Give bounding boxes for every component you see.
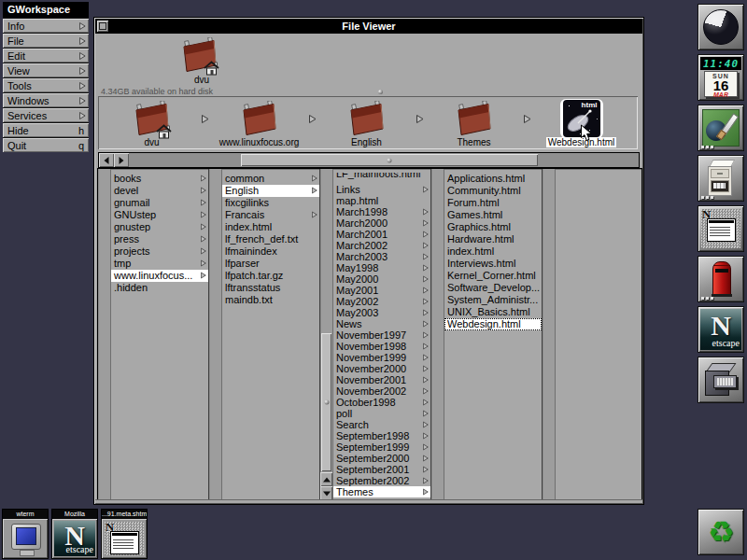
file-item-games-html[interactable]: Games.html: [444, 209, 542, 221]
menu-item-windows[interactable]: Windows: [3, 93, 89, 107]
column-scroller-column-2[interactable]: [209, 169, 222, 500]
file-item-lf-mainfoots-html[interactable]: LF_mainfoots.html: [333, 173, 430, 184]
file-item-may2003[interactable]: May2003: [333, 307, 430, 318]
file-item-unix-basics-html[interactable]: UNIX_Basics.html: [444, 306, 542, 318]
dock-tile-paint[interactable]: [698, 105, 744, 151]
miniwindow-wterm[interactable]: wterm: [2, 509, 49, 559]
file-item-fixcgilinks[interactable]: fixcgilinks: [222, 197, 319, 209]
file-item-francais[interactable]: Francais: [222, 209, 319, 221]
file-item-march2000[interactable]: March2000: [333, 217, 430, 229]
file-item-november2001[interactable]: November2001: [333, 374, 430, 385]
file-item-gnustep[interactable]: GNUstep: [111, 209, 208, 221]
file-item-tmp[interactable]: tmp: [111, 258, 208, 270]
file-item-lfpatch-tar-gz[interactable]: lfpatch.tar.gz: [222, 270, 319, 282]
file-item-gnumail[interactable]: gnumail: [111, 197, 208, 209]
column-scroller-column-5[interactable]: [543, 169, 556, 500]
menu-item-tools[interactable]: Tools: [3, 78, 89, 92]
file-item-september1999[interactable]: September1999: [333, 441, 430, 453]
miniaturize-button[interactable]: [97, 21, 108, 32]
column-scroller-column-3[interactable]: [320, 169, 333, 500]
column-scroller-column-4[interactable]: [431, 169, 444, 500]
dock-tile-netscape[interactable]: N etscape: [698, 306, 744, 353]
file-item-hardware-html[interactable]: Hardware.html: [444, 233, 542, 245]
file-item-november1997[interactable]: November1997: [333, 329, 430, 341]
file-item-may1998[interactable]: May1998: [333, 262, 430, 273]
file-item-lf-french-def-txt[interactable]: lf_french_def.txt: [222, 233, 319, 245]
menu-item-file[interactable]: File: [3, 34, 89, 48]
dock-tile-pie-sphere[interactable]: [698, 4, 744, 50]
file-item-november2000[interactable]: November2000: [333, 363, 430, 374]
file-item-system-administr[interactable]: System_Administr...: [444, 294, 542, 306]
file-item-graphics-html[interactable]: Graphics.html: [444, 221, 542, 233]
file-item-index-html[interactable]: index.html: [222, 221, 319, 233]
menu-item-info[interactable]: Info: [3, 19, 89, 33]
file-item-november1999[interactable]: November1999: [333, 352, 430, 363]
file-item-www-linuxfocus[interactable]: www.linuxfocus...: [111, 270, 208, 282]
menu-item-edit[interactable]: Edit: [3, 49, 89, 63]
file-item-march2001[interactable]: March2001: [333, 229, 430, 240]
file-item-may2002[interactable]: May2002: [333, 296, 430, 307]
window-resize-bar[interactable]: [95, 499, 642, 503]
file-item-poll[interactable]: poll: [333, 408, 430, 419]
file-item-march2002[interactable]: March2002: [333, 240, 430, 251]
scroll-left-button[interactable]: [99, 153, 114, 167]
dock-tile-clock-calendar[interactable]: 11:40 SUN 16 MAR: [698, 54, 744, 101]
column-scroller-column-1[interactable]: [98, 169, 111, 500]
file-item-lfmainindex[interactable]: lfmainindex: [222, 245, 319, 258]
file-item-november2002[interactable]: November2002: [333, 385, 430, 397]
file-item-kernel-corner-html[interactable]: Kernel_Corner.html: [444, 270, 542, 282]
menu-item-services[interactable]: Services: [3, 108, 89, 122]
shelf-item-english[interactable]: English: [313, 96, 420, 149]
shelf-item-www-linuxfocus-org[interactable]: www.linuxfocus.org: [205, 96, 313, 149]
shelf-item-themes[interactable]: Themes: [420, 96, 528, 149]
menu-item-quit[interactable]: Quitq: [3, 138, 89, 152]
menu-item-hide[interactable]: Hideh: [3, 123, 89, 137]
horizontal-scroll-knob[interactable]: [241, 154, 538, 166]
menu-title[interactable]: GWorkspace: [3, 2, 89, 18]
file-item-common[interactable]: common: [222, 173, 319, 185]
file-item-maindb-txt[interactable]: maindb.txt: [222, 294, 319, 306]
dock-tile-dithered-window[interactable]: N: [698, 205, 744, 252]
file-item-english[interactable]: English: [222, 185, 319, 197]
file-item-projects[interactable]: projects: [111, 245, 208, 258]
miniwindow-91-meta-shtml[interactable]: ...91.meta.shtml N: [101, 509, 148, 559]
file-item-interviews-html[interactable]: Interviews.html: [444, 258, 542, 270]
file-item-news[interactable]: News: [333, 318, 430, 329]
file-item-lfparser[interactable]: lfparser: [222, 258, 319, 270]
menu-item-view[interactable]: View: [3, 63, 89, 77]
file-item-devel[interactable]: devel: [111, 185, 208, 197]
file-item-september2000[interactable]: September2000: [333, 453, 430, 464]
file-item-links[interactable]: Links: [333, 184, 430, 195]
window-titlebar[interactable]: File Viewer: [95, 19, 642, 34]
dock-tile-white-cabinet[interactable]: [698, 155, 744, 202]
current-folder-icon[interactable]: [181, 37, 222, 75]
file-item-webdesign-html[interactable]: Webdesign.html: [444, 318, 542, 330]
file-item-lftransstatus[interactable]: lftransstatus: [222, 282, 319, 294]
file-item-applications-html[interactable]: Applications.html: [444, 173, 542, 185]
scroll-right-button[interactable]: [114, 153, 129, 167]
file-item-september2001[interactable]: September2001: [333, 464, 430, 475]
file-item-september2002[interactable]: September2002: [333, 475, 430, 486]
scroll-up-button[interactable]: [320, 472, 332, 486]
file-item-october1998[interactable]: October1998: [333, 397, 430, 408]
file-item-may2000[interactable]: May2000: [333, 273, 430, 285]
file-item-september1998[interactable]: September1998: [333, 430, 430, 441]
file-item-forum-html[interactable]: Forum.html: [444, 197, 542, 209]
file-item-software-develop[interactable]: Software_Develop...: [444, 282, 542, 294]
scroll-down-button[interactable]: [320, 486, 332, 500]
file-item-november1998[interactable]: November1998: [333, 341, 430, 352]
file-item-search[interactable]: Search: [333, 419, 430, 430]
shelf-item-webdesign-html[interactable]: htmlWebdesign.html: [528, 96, 635, 149]
file-item-themes[interactable]: Themes: [333, 486, 430, 497]
file-item-press[interactable]: press: [111, 233, 208, 245]
file-item-index-html[interactable]: index.html: [444, 245, 542, 258]
dock-tile-recycler[interactable]: ♻: [698, 509, 744, 555]
dock-tile-postbox[interactable]: [698, 256, 744, 302]
file-item-march2003[interactable]: March2003: [333, 251, 430, 262]
file-item-books[interactable]: books: [111, 173, 208, 185]
vertical-scroll-knob[interactable]: [321, 333, 331, 471]
file-item-gnustep[interactable]: gnustep: [111, 221, 208, 233]
file-item-community-html[interactable]: Community.html: [444, 185, 542, 197]
file-item-hidden[interactable]: .hidden: [111, 282, 208, 294]
shelf-item-dvu[interactable]: dvu: [98, 96, 205, 149]
